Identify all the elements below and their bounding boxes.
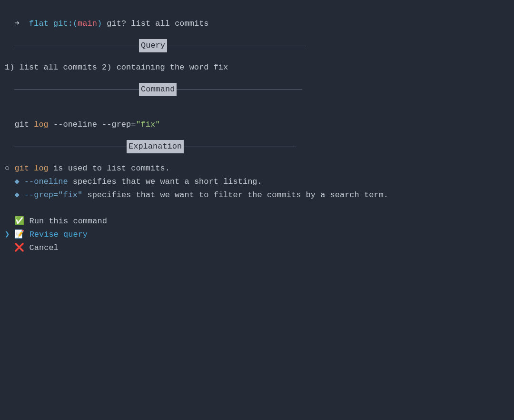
divider-command: Command (5, 83, 319, 96)
divider-query: Query (5, 39, 319, 52)
divider-line-left (14, 46, 139, 46)
menu-selector-icon (5, 217, 14, 226)
divider-line-left (14, 147, 127, 147)
prompt-command[interactable]: git? list all commits (107, 19, 208, 28)
prompt-arrow: ➜ (14, 19, 19, 28)
explanation-line: ◆ --grep="fix" specifies that we want to… (5, 189, 509, 202)
menu-selector-icon (5, 243, 14, 252)
menu-item-icon: ❌ (14, 241, 24, 255)
explanation-text: specifies that we want to filter the com… (82, 190, 388, 200)
bullet-circle-icon: ○ (5, 164, 14, 173)
prompt-dir: flat (29, 19, 49, 28)
prompt-branch: main (78, 19, 97, 28)
divider-line-right (177, 90, 302, 90)
menu-selector-icon: ❯ (5, 230, 14, 239)
explanation-text: specifies that we want a short listing. (68, 177, 262, 186)
command-flags: --oneline --grep= (53, 120, 136, 129)
prompt-git-label: git: (53, 19, 73, 28)
menu-item-icon: 📝 (14, 228, 24, 241)
command-body: git log --oneline --grep="fix" (5, 105, 509, 131)
menu-item-label: Revise query (30, 230, 88, 239)
shell-prompt: ➜ flat git:(main) git? list all commits (5, 4, 509, 30)
divider-explanation: Explanation (5, 140, 319, 153)
explanation-highlight: git log (14, 164, 48, 173)
divider-label-command: Command (139, 83, 177, 96)
menu-item-label: Cancel (30, 243, 59, 252)
explanation-text: is used to list commits. (49, 164, 170, 173)
divider-label-explanation: Explanation (127, 140, 184, 153)
menu-item-icon: ✅ (14, 215, 24, 228)
explanation-body: ○ git log is used to list commits. ◆ --o… (5, 162, 509, 202)
divider-line-left (14, 90, 139, 90)
menu-item-label: Run this command (30, 217, 107, 226)
bullet-diamond-icon: ◆ (5, 190, 24, 200)
divider-label-query: Query (139, 39, 167, 52)
divider-line-right (167, 46, 306, 46)
prompt-paren-open: ( (73, 19, 78, 28)
explanation-highlight: --grep="fix" (24, 190, 82, 200)
prompt-paren-close: ) (97, 19, 102, 28)
explanation-line: ◆ --oneline specifies that we want a sho… (5, 175, 509, 189)
action-menu: ✅ Run this command❯ 📝 Revise query ❌ Can… (5, 215, 509, 255)
command-subcommand: log (34, 120, 49, 129)
query-body: 1) list all commits 2) containing the wo… (5, 61, 509, 74)
menu-item[interactable]: ❯ 📝 Revise query (5, 228, 509, 241)
command-git: git (14, 120, 29, 129)
command-string: "fix" (136, 120, 160, 129)
explanation-highlight: --oneline (24, 177, 68, 186)
explanation-line: ○ git log is used to list commits. (5, 162, 509, 175)
divider-line-right (184, 147, 296, 147)
bullet-diamond-icon: ◆ (5, 177, 24, 186)
menu-item[interactable]: ✅ Run this command (5, 215, 509, 228)
menu-item[interactable]: ❌ Cancel (5, 241, 509, 255)
